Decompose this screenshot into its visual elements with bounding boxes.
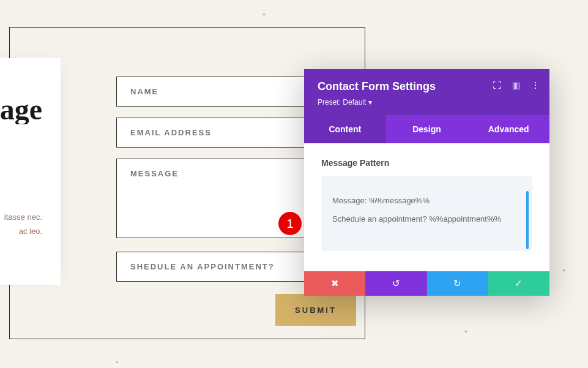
check-icon: ✓ <box>515 278 523 289</box>
scroll-indicator[interactable] <box>526 191 529 249</box>
undo-button[interactable]: ↺ <box>365 271 426 296</box>
undo-icon: ↺ <box>392 278 400 289</box>
tab-design[interactable]: Design <box>386 115 468 143</box>
expand-icon[interactable]: ⛶ <box>493 80 501 90</box>
redo-icon: ↻ <box>453 278 461 289</box>
submit-button[interactable]: SUBMIT <box>275 294 356 326</box>
intro-card: age itasse nec. ac leo. <box>0 58 61 285</box>
modal-footer: ✖ ↺ ↻ ✓ <box>304 271 549 296</box>
close-icon: ✖ <box>331 278 339 289</box>
page-description: itasse nec. ac leo. <box>0 210 42 239</box>
page-title: age <box>0 95 42 124</box>
modal-tabs: Content Design Advanced <box>304 115 549 143</box>
desc-line: ac leo. <box>0 224 42 238</box>
message-pattern-input[interactable] <box>321 176 532 251</box>
field-label: Message Pattern <box>321 158 532 168</box>
tab-advanced[interactable]: Advanced <box>467 115 549 143</box>
speck-decoration <box>562 269 565 271</box>
settings-modal: Contact Form Settings Preset: Default ▾ … <box>304 69 549 296</box>
modal-header-actions: ⛶ ▥ ⋮ <box>493 80 540 90</box>
modal-body: Message Pattern <box>304 143 549 271</box>
speck-decoration <box>262 13 265 15</box>
redo-button[interactable]: ↻ <box>427 271 488 296</box>
modal-header[interactable]: Contact Form Settings Preset: Default ▾ … <box>304 69 549 115</box>
callout-badge: 1 <box>278 212 302 235</box>
desc-line: itasse nec. <box>0 210 42 224</box>
save-button[interactable]: ✓ <box>488 271 549 296</box>
more-icon[interactable]: ⋮ <box>531 80 540 90</box>
preset-dropdown[interactable]: Preset: Default ▾ <box>318 98 372 107</box>
pattern-wrap <box>321 176 532 253</box>
cancel-button[interactable]: ✖ <box>304 271 365 296</box>
tab-content[interactable]: Content <box>304 115 386 143</box>
corner-decoration <box>0 0 9 9</box>
columns-icon[interactable]: ▥ <box>512 80 520 90</box>
speck-decoration <box>464 330 467 332</box>
speck-decoration <box>116 361 118 363</box>
